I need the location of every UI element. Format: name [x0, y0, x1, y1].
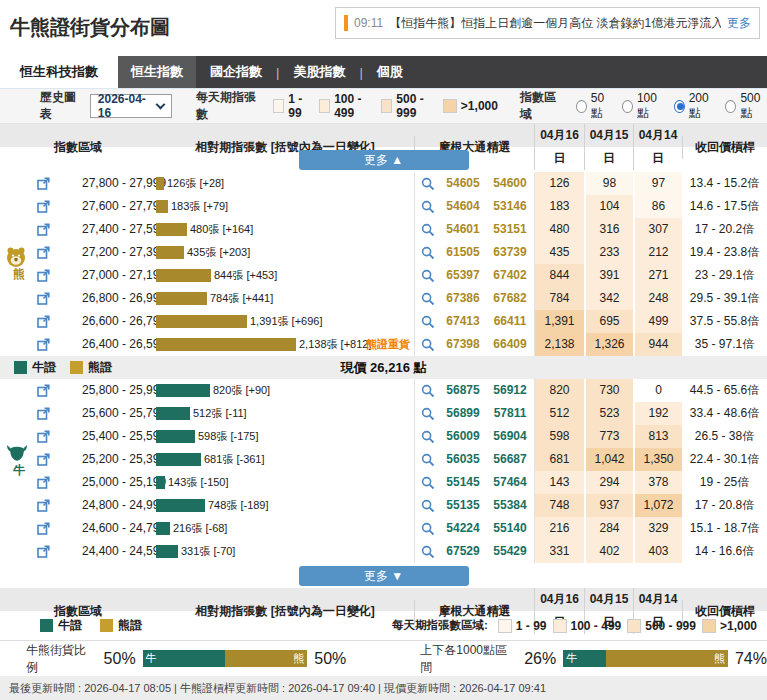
external-link-icon[interactable] — [30, 287, 56, 310]
cbbc-code-2[interactable]: 67682 — [486, 287, 534, 310]
more-collapse-button[interactable]: 更多 ▲ — [299, 150, 469, 170]
shares-bar — [156, 453, 201, 466]
cbbc-code-2[interactable]: 56912 — [486, 379, 534, 402]
search-icon[interactable] — [414, 540, 440, 563]
history-date-select[interactable]: 2026-04-16 — [90, 94, 172, 118]
radio-icon[interactable] — [622, 100, 633, 113]
shares-day2: 391 — [584, 264, 633, 287]
search-icon[interactable] — [414, 425, 440, 448]
more-expand-button[interactable]: 更多 ▼ — [299, 566, 469, 586]
cbbc-code-1[interactable]: 54601 — [440, 218, 486, 241]
table-row: 25,400 - 25,599 598張 [-175] 56009 56904 … — [0, 425, 767, 448]
cbbc-code-2[interactable]: 57464 — [486, 471, 534, 494]
table-row: 27,600 - 27,799 183張 [+79] 54604 53146 1… — [0, 195, 767, 218]
index-range: 26,600 - 26,799 — [56, 310, 156, 333]
external-link-icon[interactable] — [30, 402, 56, 425]
cbbc-code-2[interactable]: 56687 — [486, 448, 534, 471]
external-link-icon[interactable] — [30, 264, 56, 287]
shares-day1: 126 — [534, 172, 584, 195]
shares-day2: 316 — [584, 218, 633, 241]
tab-us-index[interactable]: 美股指數 — [279, 56, 359, 88]
search-icon[interactable] — [414, 241, 440, 264]
cbbc-code-2[interactable]: 55384 — [486, 494, 534, 517]
history-chart-label: 歷史圖表 — [40, 89, 82, 123]
range-ratio-label: 上下各1000點區間 — [420, 642, 517, 676]
shares-day1: 331 — [534, 540, 584, 563]
search-icon[interactable] — [414, 333, 440, 356]
cbbc-code-2[interactable]: 57811 — [486, 402, 534, 425]
cbbc-code-2[interactable]: 55429 — [486, 540, 534, 563]
cbbc-code-1[interactable]: 67386 — [440, 287, 486, 310]
cbbc-code-2[interactable]: 56904 — [486, 425, 534, 448]
bucket-swatch-icon — [381, 99, 393, 113]
radio-icon[interactable] — [576, 100, 587, 113]
shares-change-label: 435張 [+203] — [187, 241, 250, 264]
cbbc-code-1[interactable]: 56875 — [440, 379, 486, 402]
radio-icon[interactable] — [725, 100, 736, 113]
cbbc-code-2[interactable]: 54600 — [486, 172, 534, 195]
search-icon[interactable] — [414, 264, 440, 287]
region-radio-200點[interactable]: 200點 — [674, 91, 716, 122]
cbbc-code-1[interactable]: 56009 — [440, 425, 486, 448]
news-more-link[interactable]: 更多 — [727, 15, 751, 32]
news-ticker[interactable]: 09:11 【恒指牛熊】恒指上日創逾一個月高位 淡倉錄約1億港元淨流入 恒指..… — [335, 7, 760, 39]
tab-hscei[interactable]: 國企指數 — [196, 56, 276, 88]
external-link-icon[interactable] — [30, 448, 56, 471]
search-icon[interactable] — [414, 494, 440, 517]
cbbc-code-1[interactable]: 67529 — [440, 540, 486, 563]
radio-icon[interactable] — [674, 100, 685, 113]
external-link-icon[interactable] — [30, 379, 56, 402]
external-link-icon[interactable] — [30, 471, 56, 494]
cbbc-code-2[interactable]: 55140 — [486, 517, 534, 540]
shares-bar — [156, 315, 247, 328]
cbbc-code-1[interactable]: 67398 — [440, 333, 486, 356]
external-link-icon[interactable] — [30, 310, 56, 333]
shares-bar — [156, 430, 195, 443]
cbbc-code-1[interactable]: 55135 — [440, 494, 486, 517]
external-link-icon[interactable] — [30, 494, 56, 517]
cbbc-code-2[interactable]: 53151 — [486, 218, 534, 241]
external-link-icon[interactable] — [30, 333, 56, 356]
external-link-icon[interactable] — [30, 517, 56, 540]
region-radio-500點[interactable]: 500點 — [725, 91, 767, 122]
search-icon[interactable] — [414, 448, 440, 471]
bucket-legend-item: 500 - 999 — [627, 619, 696, 633]
cbbc-code-1[interactable]: 55145 — [440, 471, 486, 494]
cbbc-code-1[interactable]: 67413 — [440, 310, 486, 333]
cbbc-code-2[interactable]: 67402 — [486, 264, 534, 287]
search-icon[interactable] — [414, 379, 440, 402]
cbbc-code-2[interactable]: 63739 — [486, 241, 534, 264]
cbbc-code-2[interactable]: 66411 — [486, 310, 534, 333]
tab-hsi-active[interactable]: 恒生指數 — [118, 56, 196, 88]
external-link-icon[interactable] — [30, 241, 56, 264]
cbbc-code-1[interactable]: 54605 — [440, 172, 486, 195]
external-link-icon[interactable] — [30, 172, 56, 195]
external-link-icon[interactable] — [30, 540, 56, 563]
search-icon[interactable] — [414, 172, 440, 195]
region-radio-50點[interactable]: 50點 — [576, 91, 612, 122]
cbbc-code-2[interactable]: 53146 — [486, 195, 534, 218]
search-icon[interactable] — [414, 218, 440, 241]
tab-stocks[interactable]: 個股 — [363, 56, 417, 88]
external-link-icon[interactable] — [30, 195, 56, 218]
external-link-icon[interactable] — [30, 425, 56, 448]
cbbc-code-1[interactable]: 56899 — [440, 402, 486, 425]
search-icon[interactable] — [414, 517, 440, 540]
search-icon[interactable] — [414, 310, 440, 333]
cbbc-code-1[interactable]: 65397 — [440, 264, 486, 287]
cbbc-code-1[interactable]: 54224 — [440, 517, 486, 540]
search-icon[interactable] — [414, 402, 440, 425]
search-icon[interactable] — [414, 287, 440, 310]
shares-change-label: 748張 [-189] — [208, 494, 269, 517]
more-bottom-bar: 更多 ▼ — [0, 563, 767, 588]
search-icon[interactable] — [414, 195, 440, 218]
external-link-icon[interactable] — [30, 218, 56, 241]
region-radio-100點[interactable]: 100點 — [622, 91, 664, 122]
table-row: 25,200 - 25,399 681張 [-361] 56035 56687 … — [0, 448, 767, 471]
cbbc-code-1[interactable]: 56035 — [440, 448, 486, 471]
cbbc-code-2[interactable]: 66409 — [486, 333, 534, 356]
tab-hstech[interactable]: 恒生科技指數 — [0, 56, 118, 88]
cbbc-code-1[interactable]: 54604 — [440, 195, 486, 218]
search-icon[interactable] — [414, 471, 440, 494]
cbbc-code-1[interactable]: 61505 — [440, 241, 486, 264]
